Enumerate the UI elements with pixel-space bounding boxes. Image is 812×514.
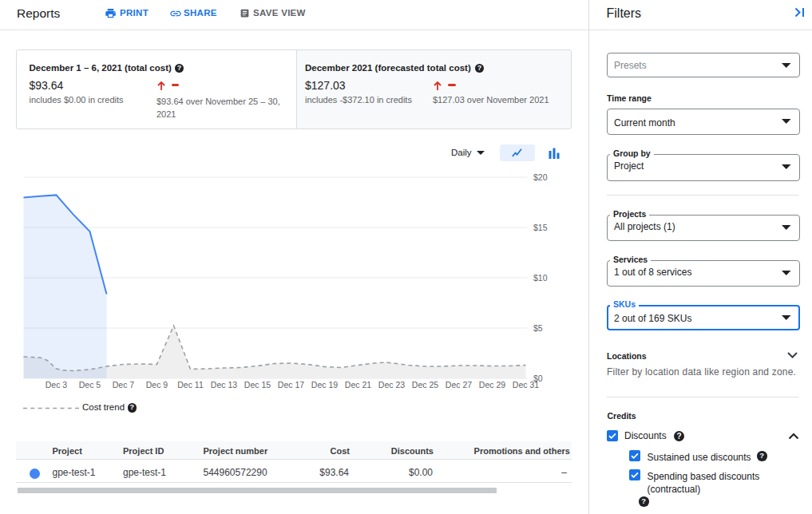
svg-text:Dec 5: Dec 5 — [79, 380, 101, 389]
svg-text:Dec 17: Dec 17 — [278, 380, 304, 389]
svg-text:Dec 15: Dec 15 — [244, 380, 271, 389]
svg-text:$10: $10 — [533, 273, 548, 283]
svg-text:Dec 27: Dec 27 — [446, 380, 472, 389]
svg-text:Dec 11: Dec 11 — [177, 380, 204, 389]
svg-text:Dec 13: Dec 13 — [211, 380, 237, 389]
svg-text:Dec 29: Dec 29 — [479, 380, 505, 389]
svg-text:Dec 21: Dec 21 — [345, 380, 371, 389]
svg-text:Dec 9: Dec 9 — [146, 380, 168, 389]
svg-text:Dec 7: Dec 7 — [113, 380, 135, 389]
svg-text:Dec 3: Dec 3 — [46, 380, 68, 389]
svg-text:$15: $15 — [533, 223, 548, 232]
svg-text:Dec 31: Dec 31 — [513, 380, 539, 389]
svg-text:Dec 23: Dec 23 — [378, 380, 405, 389]
svg-text:Dec 19: Dec 19 — [311, 380, 338, 389]
svg-text:Dec 25: Dec 25 — [412, 380, 438, 389]
svg-text:$20: $20 — [533, 172, 548, 182]
svg-text:$5: $5 — [533, 323, 543, 333]
